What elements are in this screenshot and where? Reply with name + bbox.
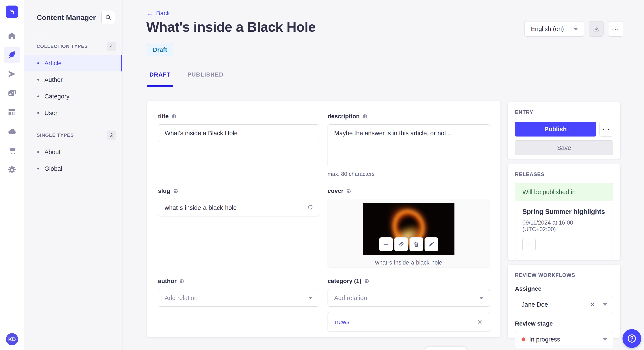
publish-button[interactable]: Publish <box>515 122 596 137</box>
chevron-down-icon <box>308 297 313 299</box>
tab-published[interactable]: PUBLISHED <box>185 68 226 87</box>
collection-types-label: COLLECTION TYPES <box>37 44 88 49</box>
tab-draft[interactable]: DRAFT <box>147 68 173 87</box>
assignee-label: Assignee <box>515 285 613 292</box>
download-icon <box>593 25 600 32</box>
plus-icon <box>383 241 389 247</box>
cover-carousel: what-s-inside-a-black-hole <box>328 199 490 268</box>
sidebar-item-home[interactable] <box>4 28 20 44</box>
stage-value: In progress <box>529 336 560 343</box>
sidebar-item-author[interactable]: • Author <box>24 71 122 88</box>
search-icon <box>105 14 112 21</box>
export-button[interactable] <box>589 21 604 37</box>
locale-value: English (en) <box>531 25 564 32</box>
copy-link-button[interactable] <box>394 237 408 251</box>
sidebar-item-media-library[interactable] <box>4 85 20 101</box>
link-icon <box>398 241 404 247</box>
sidebar-item-content-manager[interactable] <box>4 47 20 63</box>
sidebar-item-content-type-builder[interactable] <box>4 104 20 120</box>
sidebar-item-deploy[interactable] <box>4 123 20 140</box>
sidebar-item-article[interactable]: • Article <box>24 55 122 71</box>
header-more-button[interactable]: ... <box>608 21 623 37</box>
sidebar-item-about[interactable]: • About <box>24 144 122 160</box>
stage-status-dot <box>522 338 526 341</box>
description-field-label: description <box>328 113 360 120</box>
pencil-icon <box>428 241 435 247</box>
chevron-down-icon <box>479 297 484 299</box>
sidebar-item-settings[interactable] <box>4 162 20 178</box>
review-workflows-panel: REVIEW WORKFLOWS Assignee Jane Doe ✕ Rev… <box>508 265 620 338</box>
title-input[interactable] <box>158 124 319 142</box>
globe-icon <box>346 188 352 194</box>
more-icon: ... <box>603 128 610 131</box>
releases-panel: RELEASES Will be published in Spring Sum… <box>508 164 620 260</box>
single-types-label: SINGLE TYPES <box>37 133 74 138</box>
release-date: 09/11/2024 at 16:00 (UTC+02:00) <box>522 219 606 233</box>
edit-asset-button[interactable] <box>425 237 438 251</box>
remove-relation-button[interactable]: ✕ <box>477 318 482 326</box>
sidebar-item-category[interactable]: • Category <box>24 88 122 105</box>
search-button[interactable] <box>101 11 115 24</box>
sidebar-item-marketplace[interactable] <box>4 143 20 159</box>
user-avatar[interactable]: KD <box>6 333 18 345</box>
layout-icon <box>8 108 16 117</box>
paper-plane-icon <box>8 70 16 78</box>
category-field-label: category (1) <box>328 278 362 285</box>
description-textarea[interactable]: Maybe the answer is in this article, or … <box>328 124 490 167</box>
strapi-logo-icon <box>9 8 15 15</box>
sidebar-title: Content Manager <box>37 13 96 22</box>
back-label: Back <box>156 10 170 17</box>
release-more-button[interactable]: ... <box>522 238 536 251</box>
locale-select[interactable]: English (en) <box>524 21 584 37</box>
author-relation-combobox[interactable]: Add relation <box>158 289 319 307</box>
sidebar-item-releases[interactable] <box>4 66 20 82</box>
collection-types-count: 4 <box>107 42 116 51</box>
clear-assignee-button[interactable]: ✕ <box>590 301 596 309</box>
globe-icon <box>364 278 370 284</box>
cover-field-label: cover <box>328 187 344 194</box>
add-asset-button[interactable] <box>379 237 393 251</box>
releases-panel-label: RELEASES <box>515 172 613 177</box>
entry-panel-label: ENTRY <box>515 109 613 115</box>
review-stage-select[interactable]: In progress <box>515 331 613 348</box>
description-hint: max. 80 characters <box>328 171 490 177</box>
status-badge: Draft <box>147 44 173 56</box>
bullet-icon: • <box>37 166 40 172</box>
cover-filename: what-s-inside-a-black-hole <box>375 259 442 266</box>
edit-view: ← Back What's inside a Black Hole Draft … <box>122 0 644 350</box>
globe-icon <box>362 114 368 119</box>
help-icon <box>627 334 637 344</box>
assignee-select[interactable]: Jane Doe ✕ <box>515 296 613 313</box>
relation-link-news[interactable]: news <box>335 319 350 326</box>
media-library-icon <box>8 89 16 98</box>
more-icon: ... <box>612 27 619 30</box>
bullet-icon: • <box>37 149 40 155</box>
save-button[interactable]: Save <box>515 140 613 155</box>
release-status: Will be published in <box>515 183 613 201</box>
sidebar-item-label: Article <box>44 60 62 67</box>
cart-icon <box>8 146 16 155</box>
category-relation-item: news ✕ <box>328 312 490 332</box>
sidebar-item-user[interactable]: • User <box>24 105 122 121</box>
review-stage-label: Review stage <box>515 320 613 327</box>
globe-icon <box>173 188 178 194</box>
strapi-logo[interactable] <box>6 5 18 18</box>
bullet-icon: • <box>37 93 40 100</box>
sidebar-item-global[interactable]: • Global <box>24 160 122 177</box>
entry-more-button[interactable]: ... <box>600 122 613 137</box>
category-relation-combobox[interactable]: Add relation <box>328 289 490 307</box>
author-placeholder: Add relation <box>164 295 198 302</box>
help-button[interactable] <box>622 329 641 348</box>
globe-icon <box>179 278 185 284</box>
arrow-left-icon: ← <box>147 10 153 17</box>
assignee-value: Jane Doe <box>522 301 548 308</box>
more-icon: ... <box>526 243 532 246</box>
regenerate-slug-button[interactable] <box>307 204 314 211</box>
delete-asset-button[interactable] <box>410 237 423 251</box>
slug-input[interactable] <box>158 199 319 216</box>
chevron-down-icon <box>603 303 607 306</box>
back-link[interactable]: ← Back <box>147 10 170 17</box>
slug-field-label: slug <box>158 187 170 194</box>
field-description: description Maybe the answer is in this … <box>328 113 490 177</box>
nav-rail: KD <box>0 0 24 350</box>
